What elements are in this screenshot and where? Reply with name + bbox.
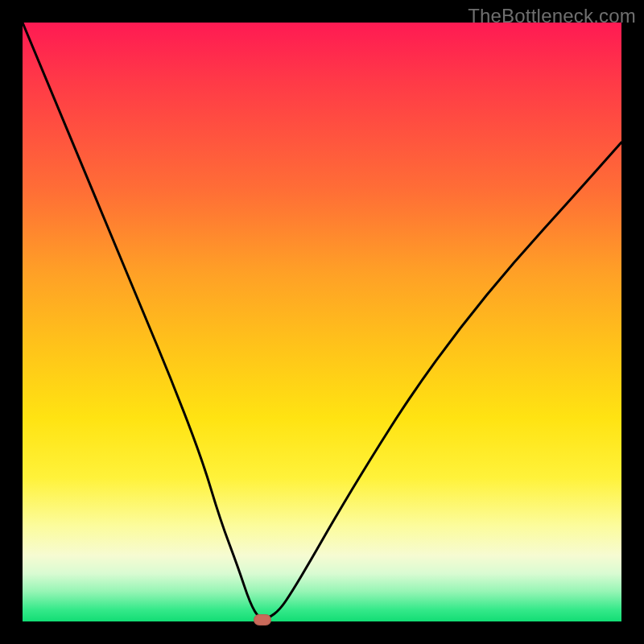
bottleneck-curve [23,23,621,621]
plot-area [23,23,621,621]
chart-frame: TheBottleneck.com [0,0,644,644]
optimal-point-marker [254,614,271,625]
